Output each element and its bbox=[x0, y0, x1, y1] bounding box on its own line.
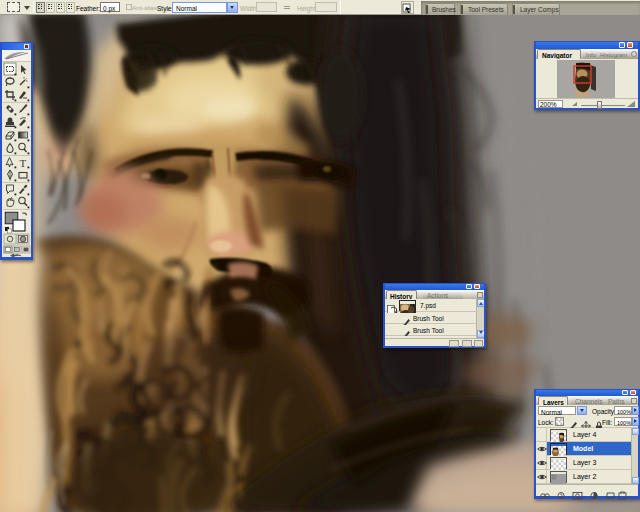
svg-text:T: T bbox=[20, 157, 27, 169]
